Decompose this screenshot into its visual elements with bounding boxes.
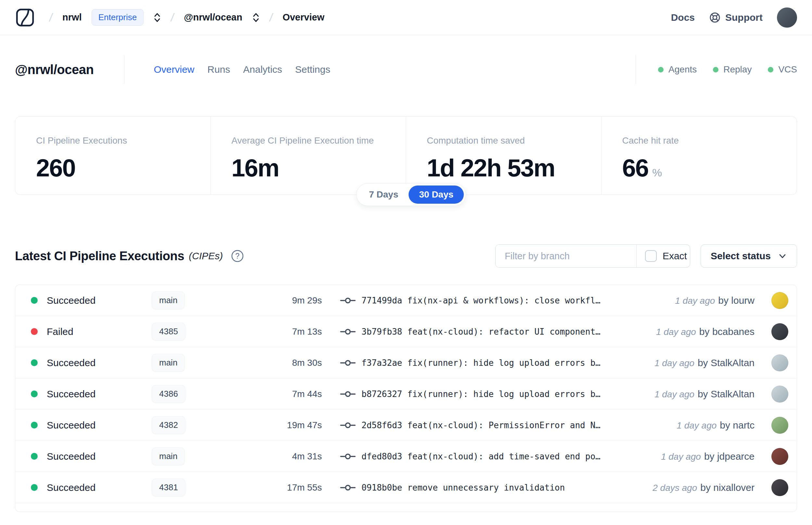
table-row[interactable]: Succeeded main 9m 29s 771499da fix(nx-ap… xyxy=(15,285,797,316)
status-dot xyxy=(31,453,38,460)
status-label: Failed xyxy=(47,326,73,337)
status-dot xyxy=(658,67,663,73)
commit-icon xyxy=(340,296,356,305)
breadcrumb-page: Overview xyxy=(282,12,324,23)
stats-section: CI Pipeline Executions 260 Average CI Pi… xyxy=(15,116,797,195)
flag-agents: Agents xyxy=(658,64,697,75)
commit-icon xyxy=(340,327,356,336)
flag-replay: Replay xyxy=(713,64,752,75)
stat-average-execution-time: Average CI Pipeline Execution time 16m xyxy=(211,117,406,195)
cipe-table: Succeeded main 9m 29s 771499da fix(nx-ap… xyxy=(15,285,797,512)
commit-message[interactable]: 3b79fb38 feat(nx-cloud): refactor UI com… xyxy=(362,327,619,336)
top-nav: / nrwl Enterprise / @nrwl/ocean / Overvi… xyxy=(0,0,812,35)
time-ago: 1 day ago xyxy=(677,420,717,431)
commit-message[interactable]: 0918b0be remove unnecessary invalidation xyxy=(362,483,619,493)
branch-badge[interactable]: 4386 xyxy=(152,385,185,403)
table-row[interactable]: Succeeded main 8m 30s f37a32ae fix(runne… xyxy=(15,347,797,378)
support-label: Support xyxy=(725,12,763,23)
commit-icon xyxy=(340,483,356,493)
status-dot xyxy=(768,67,773,73)
duration: 7m 13s xyxy=(223,327,330,337)
table-row[interactable]: Failed 4385 7m 13s 3b79fb38 feat(nx-clou… xyxy=(15,316,797,347)
branch-badge[interactable]: main xyxy=(152,291,185,309)
cipe-title-suffix: (CIPEs) xyxy=(189,251,223,261)
breadcrumb-org[interactable]: nrwl xyxy=(62,12,82,23)
workspace-header: @nrwl/ocean Overview Runs Analytics Sett… xyxy=(0,54,812,85)
nx-cloud-logo-icon[interactable] xyxy=(15,7,35,28)
duration: 4m 31s xyxy=(223,451,330,462)
tab-settings[interactable]: Settings xyxy=(295,64,330,75)
avatar xyxy=(771,386,788,403)
commit-icon xyxy=(340,420,356,430)
workspace-selector-chevrons-icon[interactable] xyxy=(252,12,260,24)
time-ago: 2 days ago xyxy=(653,483,697,493)
breadcrumb-divider: / xyxy=(269,11,274,24)
user-avatar[interactable] xyxy=(777,7,797,28)
branch-badge[interactable]: main xyxy=(152,354,185,372)
branch-badge[interactable]: 4381 xyxy=(152,479,185,496)
commit-icon xyxy=(340,452,356,461)
status-dot xyxy=(31,484,38,491)
help-icon[interactable]: ? xyxy=(231,249,244,263)
table-row[interactable]: Succeeded 4381 17m 55s 0918b0be remove u… xyxy=(15,472,797,503)
exact-checkbox[interactable] xyxy=(645,250,657,262)
commit-icon xyxy=(340,389,356,399)
cipe-controls: Exact Select status xyxy=(495,244,797,268)
avatar xyxy=(771,323,788,340)
support-link[interactable]: Support xyxy=(709,12,763,24)
divider xyxy=(124,55,124,84)
author: by nartc xyxy=(720,420,754,431)
exact-label: Exact xyxy=(663,251,687,261)
feature-flags: Agents Replay VCS xyxy=(635,55,797,84)
time-ago: 1 day ago xyxy=(661,452,701,462)
status-label: Succeeded xyxy=(47,451,95,462)
table-row[interactable]: Succeeded 4386 7m 44s b8726327 fix(runne… xyxy=(15,378,797,410)
tab-runs[interactable]: Runs xyxy=(207,64,230,75)
docs-link[interactable]: Docs xyxy=(671,12,695,23)
commit-message[interactable]: 771499da fix(nx-api & workflows): close … xyxy=(362,296,619,305)
branch-badge[interactable]: 4385 xyxy=(152,322,185,341)
status-dot xyxy=(713,67,718,73)
range-30-days[interactable]: 30 Days xyxy=(409,185,464,204)
tab-overview[interactable]: Overview xyxy=(154,64,194,75)
stat-computation-time-saved: Computation time saved 1d 22h 53m xyxy=(406,117,601,195)
range-7-days[interactable]: 7 Days xyxy=(358,185,409,204)
branch-filter-input[interactable] xyxy=(496,245,637,267)
table-row[interactable]: Succeeded 4382 19m 47s 2d58f6d3 feat(nx-… xyxy=(15,410,797,441)
commit-message[interactable]: f37a32ae fix(runner): hide log upload er… xyxy=(362,358,619,368)
breadcrumb-workspace[interactable]: @nrwl/ocean xyxy=(184,12,242,23)
page-title: @nrwl/ocean xyxy=(15,62,94,77)
status-dot xyxy=(31,328,38,335)
branch-badge[interactable]: main xyxy=(152,447,185,465)
status-label: Succeeded xyxy=(47,420,95,431)
status-dot xyxy=(31,422,38,429)
time-ago: 1 day ago xyxy=(655,358,694,368)
tab-analytics[interactable]: Analytics xyxy=(243,64,282,75)
duration: 8m 30s xyxy=(223,358,330,368)
status-select-button[interactable]: Select status xyxy=(701,244,797,268)
table-row[interactable]: Succeeded main 4m 31s dfed80d3 feat(nx-c… xyxy=(15,441,797,472)
status-dot xyxy=(31,359,38,366)
breadcrumb-divider: / xyxy=(48,11,53,24)
cipe-title: Latest CI Pipeline Executions xyxy=(15,249,184,263)
commit-message[interactable]: b8726327 fix(runner): hide log upload er… xyxy=(362,389,619,399)
duration: 9m 29s xyxy=(223,295,330,306)
status-dot xyxy=(31,297,38,304)
branch-filter-group: Exact xyxy=(495,244,690,268)
commit-message[interactable]: 2d58f6d3 feat(nx-cloud): PermissionError… xyxy=(362,420,619,430)
stat-ci-pipeline-executions: CI Pipeline Executions 260 xyxy=(15,117,211,195)
branch-badge[interactable]: 4382 xyxy=(152,416,185,434)
workspace-tabs: Overview Runs Analytics Settings xyxy=(154,64,330,75)
avatar xyxy=(771,417,788,434)
time-ago: 1 day ago xyxy=(675,296,715,306)
commit-message[interactable]: dfed80d3 feat(nx-cloud): add time-saved … xyxy=(362,452,619,461)
avatar xyxy=(771,292,788,309)
org-selector-chevrons-icon[interactable] xyxy=(153,12,161,24)
percent-suffix: % xyxy=(652,166,662,179)
svg-text:?: ? xyxy=(235,252,240,260)
status-dot xyxy=(31,390,38,397)
author: by bcabanes xyxy=(699,326,754,337)
date-range-toggle: 7 Days 30 Days xyxy=(356,183,466,206)
author: by jdpearce xyxy=(704,451,754,462)
time-ago: 1 day ago xyxy=(655,389,694,399)
